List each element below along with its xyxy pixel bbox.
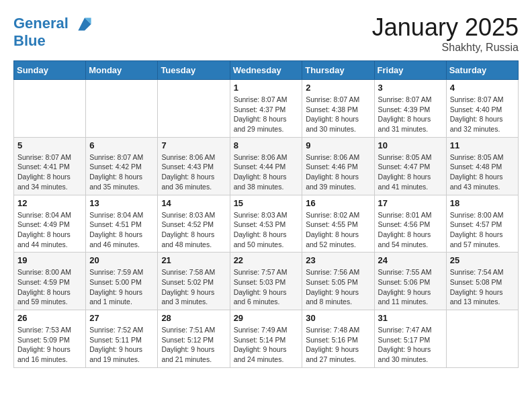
calendar-cell: 4Sunrise: 8:07 AMSunset: 4:40 PMDaylight… xyxy=(446,80,518,138)
day-number: 2 xyxy=(306,83,370,93)
day-number: 26 xyxy=(17,313,82,323)
weekday-header-row: SundayMondayTuesdayWednesdayThursdayFrid… xyxy=(14,61,519,80)
calendar-cell: 24Sunrise: 7:55 AMSunset: 5:06 PMDayligh… xyxy=(374,253,446,310)
calendar-cell: 6Sunrise: 8:07 AMSunset: 4:42 PMDaylight… xyxy=(86,137,158,195)
day-info: Sunrise: 7:47 AMSunset: 5:17 PMDaylight:… xyxy=(378,325,443,365)
calendar-cell: 19Sunrise: 8:00 AMSunset: 4:59 PMDayligh… xyxy=(14,253,86,310)
day-info: Sunrise: 8:00 AMSunset: 4:59 PMDaylight:… xyxy=(17,267,82,307)
day-info: Sunrise: 8:06 AMSunset: 4:46 PMDaylight:… xyxy=(306,152,370,192)
calendar-cell: 23Sunrise: 7:56 AMSunset: 5:05 PMDayligh… xyxy=(302,253,374,310)
title-block: January 2025 Shakhty, Russia xyxy=(372,13,519,54)
calendar-cell: 30Sunrise: 7:48 AMSunset: 5:16 PMDayligh… xyxy=(302,310,374,368)
calendar-week-row: 26Sunrise: 7:53 AMSunset: 5:09 PMDayligh… xyxy=(14,310,519,368)
calendar-cell xyxy=(158,80,230,138)
day-number: 22 xyxy=(234,255,299,265)
day-info: Sunrise: 8:05 AMSunset: 4:47 PMDaylight:… xyxy=(378,152,443,192)
day-number: 10 xyxy=(378,140,443,150)
calendar-cell: 28Sunrise: 7:51 AMSunset: 5:12 PMDayligh… xyxy=(158,310,230,368)
location: Shakhty, Russia xyxy=(372,42,519,54)
day-number: 6 xyxy=(89,140,154,150)
calendar-week-row: 12Sunrise: 8:04 AMSunset: 4:49 PMDayligh… xyxy=(14,195,519,253)
day-info: Sunrise: 8:07 AMSunset: 4:38 PMDaylight:… xyxy=(306,95,370,134)
calendar-cell: 20Sunrise: 7:59 AMSunset: 5:00 PMDayligh… xyxy=(86,253,158,310)
calendar-cell xyxy=(14,80,86,138)
calendar-cell: 11Sunrise: 8:05 AMSunset: 4:48 PMDayligh… xyxy=(446,137,518,195)
calendar-cell: 12Sunrise: 8:04 AMSunset: 4:49 PMDayligh… xyxy=(14,195,86,253)
day-number: 19 xyxy=(17,255,82,265)
day-info: Sunrise: 8:07 AMSunset: 4:39 PMDaylight:… xyxy=(378,95,443,134)
day-info: Sunrise: 8:00 AMSunset: 4:57 PMDaylight:… xyxy=(450,210,515,250)
day-info: Sunrise: 8:03 AMSunset: 4:52 PMDaylight:… xyxy=(161,210,226,250)
calendar-cell: 16Sunrise: 8:02 AMSunset: 4:55 PMDayligh… xyxy=(302,195,374,253)
month-title: January 2025 xyxy=(372,13,519,42)
calendar-cell: 10Sunrise: 8:05 AMSunset: 4:47 PMDayligh… xyxy=(374,137,446,195)
calendar-cell: 9Sunrise: 8:06 AMSunset: 4:46 PMDaylight… xyxy=(302,137,374,195)
day-number: 15 xyxy=(234,198,299,208)
day-info: Sunrise: 8:06 AMSunset: 4:43 PMDaylight:… xyxy=(161,152,226,192)
day-number: 18 xyxy=(450,198,515,208)
day-number: 11 xyxy=(450,140,515,150)
day-info: Sunrise: 7:55 AMSunset: 5:06 PMDaylight:… xyxy=(378,267,443,307)
day-number: 1 xyxy=(234,83,299,93)
day-info: Sunrise: 7:56 AMSunset: 5:05 PMDaylight:… xyxy=(306,267,370,307)
day-info: Sunrise: 8:04 AMSunset: 4:51 PMDaylight:… xyxy=(89,210,154,250)
day-number: 9 xyxy=(306,140,370,150)
calendar-cell: 18Sunrise: 8:00 AMSunset: 4:57 PMDayligh… xyxy=(446,195,518,253)
calendar-cell xyxy=(86,80,158,138)
weekday-header-cell: Sunday xyxy=(14,61,86,80)
day-number: 12 xyxy=(17,198,82,208)
day-number: 30 xyxy=(306,313,370,323)
day-info: Sunrise: 7:53 AMSunset: 5:09 PMDaylight:… xyxy=(17,325,82,365)
calendar-cell: 17Sunrise: 8:01 AMSunset: 4:56 PMDayligh… xyxy=(374,195,446,253)
calendar-cell: 14Sunrise: 8:03 AMSunset: 4:52 PMDayligh… xyxy=(158,195,230,253)
weekday-header-cell: Tuesday xyxy=(158,61,230,80)
day-number: 16 xyxy=(306,198,370,208)
day-info: Sunrise: 8:07 AMSunset: 4:41 PMDaylight:… xyxy=(17,152,82,192)
day-number: 24 xyxy=(378,255,443,265)
day-number: 21 xyxy=(161,255,226,265)
day-info: Sunrise: 8:02 AMSunset: 4:55 PMDaylight:… xyxy=(306,210,370,250)
day-info: Sunrise: 7:48 AMSunset: 5:16 PMDaylight:… xyxy=(306,325,370,365)
day-number: 7 xyxy=(161,140,226,150)
day-info: Sunrise: 7:49 AMSunset: 5:14 PMDaylight:… xyxy=(234,325,299,365)
calendar-week-row: 1Sunrise: 8:07 AMSunset: 4:37 PMDaylight… xyxy=(14,80,519,138)
day-number: 3 xyxy=(378,83,443,93)
day-number: 20 xyxy=(89,255,154,265)
day-number: 27 xyxy=(89,313,154,323)
day-info: Sunrise: 7:58 AMSunset: 5:02 PMDaylight:… xyxy=(161,267,226,307)
day-info: Sunrise: 8:05 AMSunset: 4:48 PMDaylight:… xyxy=(450,152,515,192)
day-number: 28 xyxy=(161,313,226,323)
day-info: Sunrise: 8:07 AMSunset: 4:42 PMDaylight:… xyxy=(89,152,154,192)
weekday-header-cell: Monday xyxy=(86,61,158,80)
calendar-cell: 5Sunrise: 8:07 AMSunset: 4:41 PMDaylight… xyxy=(14,137,86,195)
day-number: 14 xyxy=(161,198,226,208)
calendar-week-row: 5Sunrise: 8:07 AMSunset: 4:41 PMDaylight… xyxy=(14,137,519,195)
calendar-cell: 26Sunrise: 7:53 AMSunset: 5:09 PMDayligh… xyxy=(14,310,86,368)
day-number: 5 xyxy=(17,140,82,150)
calendar-cell: 31Sunrise: 7:47 AMSunset: 5:17 PMDayligh… xyxy=(374,310,446,368)
calendar-body: 1Sunrise: 8:07 AMSunset: 4:37 PMDaylight… xyxy=(14,80,519,368)
day-info: Sunrise: 7:54 AMSunset: 5:08 PMDaylight:… xyxy=(450,267,515,307)
logo: General Blue xyxy=(13,13,95,50)
calendar-cell: 22Sunrise: 7:57 AMSunset: 5:03 PMDayligh… xyxy=(230,253,302,310)
day-number: 29 xyxy=(234,313,299,323)
calendar-cell xyxy=(446,310,518,368)
day-info: Sunrise: 8:06 AMSunset: 4:44 PMDaylight:… xyxy=(234,152,299,192)
day-info: Sunrise: 7:59 AMSunset: 5:00 PMDaylight:… xyxy=(89,267,154,307)
day-info: Sunrise: 7:52 AMSunset: 5:11 PMDaylight:… xyxy=(89,325,154,365)
day-info: Sunrise: 8:01 AMSunset: 4:56 PMDaylight:… xyxy=(378,210,443,250)
day-number: 31 xyxy=(378,313,443,323)
day-number: 23 xyxy=(306,255,370,265)
calendar-cell: 21Sunrise: 7:58 AMSunset: 5:02 PMDayligh… xyxy=(158,253,230,310)
calendar-table: SundayMondayTuesdayWednesdayThursdayFrid… xyxy=(13,60,519,368)
day-number: 13 xyxy=(89,198,154,208)
calendar-week-row: 19Sunrise: 8:00 AMSunset: 4:59 PMDayligh… xyxy=(14,253,519,310)
calendar-cell: 27Sunrise: 7:52 AMSunset: 5:11 PMDayligh… xyxy=(86,310,158,368)
calendar-cell: 15Sunrise: 8:03 AMSunset: 4:53 PMDayligh… xyxy=(230,195,302,253)
day-info: Sunrise: 8:07 AMSunset: 4:37 PMDaylight:… xyxy=(234,95,299,134)
day-info: Sunrise: 7:51 AMSunset: 5:12 PMDaylight:… xyxy=(161,325,226,365)
calendar-cell: 3Sunrise: 8:07 AMSunset: 4:39 PMDaylight… xyxy=(374,80,446,138)
calendar-cell: 25Sunrise: 7:54 AMSunset: 5:08 PMDayligh… xyxy=(446,253,518,310)
calendar-cell: 29Sunrise: 7:49 AMSunset: 5:14 PMDayligh… xyxy=(230,310,302,368)
day-number: 17 xyxy=(378,198,443,208)
